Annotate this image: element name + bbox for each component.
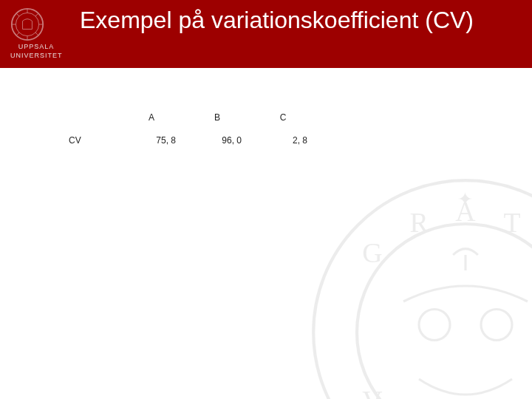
svg-text:R: R	[409, 207, 429, 238]
svg-text:G: G	[362, 238, 382, 269]
table-col-header: A	[119, 106, 185, 129]
svg-line-7	[35, 33, 38, 35]
background-seal-icon: ✦ G R A T I Æ V E R I T A S	[310, 177, 532, 399]
slide-title: Exempel på variationskoefficient (CV)	[80, 6, 525, 34]
svg-line-8	[16, 33, 19, 35]
svg-text:V: V	[362, 385, 382, 399]
slide-body: A B C CV 75, 8 96, 0 2, 8 ✦ G R A T I Æ …	[0, 68, 532, 399]
svg-line-6	[16, 13, 19, 16]
svg-point-1	[16, 13, 38, 35]
svg-point-10	[313, 180, 532, 399]
svg-point-11	[357, 224, 532, 399]
svg-text:A: A	[455, 196, 476, 227]
svg-line-9	[35, 13, 38, 16]
table-corner-cell	[61, 106, 119, 129]
table-col-header: B	[185, 106, 250, 129]
table-cell: 75, 8	[119, 129, 185, 152]
svg-text:✦: ✦	[458, 188, 474, 209]
table-header-row: A B C	[61, 106, 316, 129]
table-cell: 2, 8	[250, 129, 316, 152]
table-cell: 96, 0	[185, 129, 250, 152]
svg-point-27	[481, 310, 512, 341]
university-name-line2: UNIVERSITET	[10, 52, 62, 59]
svg-point-0	[12, 9, 43, 40]
seal-icon	[10, 7, 62, 41]
cv-table: A B C CV 75, 8 96, 0 2, 8	[59, 105, 317, 153]
university-name-line1: UPPSALA	[10, 43, 62, 50]
slide-header: UPPSALA UNIVERSITET Exempel på variation…	[0, 0, 532, 68]
university-logo: UPPSALA UNIVERSITET	[10, 7, 62, 59]
table-row-label: CV	[61, 129, 119, 152]
svg-point-26	[419, 310, 450, 341]
table-row: CV 75, 8 96, 0 2, 8	[61, 129, 316, 152]
svg-text:T: T	[503, 207, 520, 238]
table-col-header: C	[250, 106, 316, 129]
